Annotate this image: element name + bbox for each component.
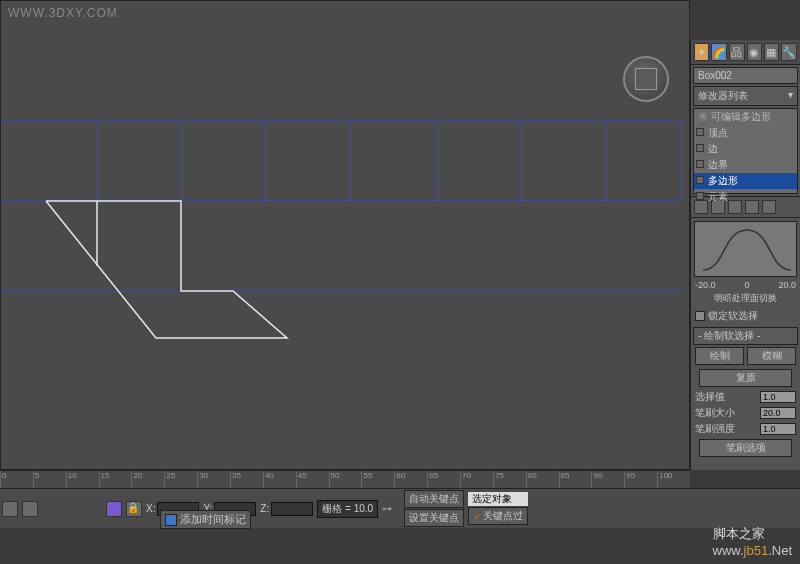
person-icon[interactable] bbox=[106, 501, 122, 517]
timeline-tick: 35 bbox=[230, 471, 263, 488]
timeline-tick: 100 bbox=[657, 471, 690, 488]
watermark-bottom-right: 脚本之家 www.jb51.Net bbox=[713, 525, 792, 558]
timeline-tick: 10 bbox=[66, 471, 99, 488]
add-time-tag-button[interactable]: 添加时间标记 bbox=[160, 510, 251, 529]
modifier-stack[interactable]: ▣ 可编辑多边形 顶点 边 边界 多边形 元素 bbox=[693, 108, 798, 194]
viewport[interactable] bbox=[0, 0, 690, 470]
svg-rect-0 bbox=[1, 121, 681, 201]
shaded-face-toggle-label: 明暗处理面切换 bbox=[691, 290, 800, 307]
command-panel-tabs: ✦ 🌈 品 ◉ ▦ 🔧 bbox=[691, 40, 800, 65]
hierarchy-tab-icon[interactable]: 品 bbox=[729, 43, 744, 61]
timeline-tick: 45 bbox=[296, 471, 329, 488]
blur-button[interactable]: 模糊 bbox=[747, 347, 796, 365]
subobj-edge[interactable]: 边 bbox=[694, 141, 797, 157]
timeline-ruler[interactable]: 0510152025303540455055606570758085909510… bbox=[0, 470, 690, 488]
watermark-top-left: WWW.3DXY.COM bbox=[8, 6, 118, 20]
timeline-tick: 95 bbox=[624, 471, 657, 488]
graph-axis-labels: -20.0020.0 bbox=[691, 280, 800, 290]
subobj-polygon[interactable]: 多边形 bbox=[694, 173, 797, 189]
modifier-list-dropdown[interactable]: 修改器列表▾ bbox=[693, 86, 798, 106]
lock-soft-selection[interactable]: 锁定软选择 bbox=[691, 307, 800, 325]
modifier-editable-poly[interactable]: ▣ 可编辑多边形 bbox=[694, 109, 797, 125]
timeline-tick: 55 bbox=[361, 471, 394, 488]
timeline-tick: 50 bbox=[329, 471, 362, 488]
command-panel: ✦ 🌈 品 ◉ ▦ 🔧 Box002 修改器列表▾ ▣ 可编辑多边形 顶点 边 … bbox=[690, 40, 800, 470]
status-bar: 🔒 X: Y: Z: 栅格 = 10.0 ⊶ 自动关键点 设置关键点 选定对象 … bbox=[0, 488, 800, 528]
object-name-field[interactable]: Box002 bbox=[693, 67, 798, 84]
motion-tab-icon[interactable]: ◉ bbox=[747, 43, 762, 61]
timeline-tick: 25 bbox=[164, 471, 197, 488]
timeline-tick: 85 bbox=[559, 471, 592, 488]
wireframe-geometry bbox=[1, 1, 691, 471]
timeline-tick: 5 bbox=[33, 471, 66, 488]
timeline-tick: 15 bbox=[99, 471, 132, 488]
timeline-tick: 90 bbox=[591, 471, 624, 488]
display-tab-icon[interactable]: ▦ bbox=[764, 43, 779, 61]
timeline-tick: 20 bbox=[131, 471, 164, 488]
timeline-tick: 40 bbox=[263, 471, 296, 488]
selection-value-spinner[interactable]: 1.0 bbox=[760, 391, 796, 403]
timeline-tick: 0 bbox=[0, 471, 33, 488]
revert-button[interactable]: 复原 bbox=[699, 369, 792, 387]
lock-icon[interactable] bbox=[2, 501, 18, 517]
brush-size-spinner[interactable]: 20.0 bbox=[760, 407, 796, 419]
modify-tab-icon[interactable]: 🌈 bbox=[711, 43, 727, 61]
z-label: Z: bbox=[260, 503, 269, 514]
grid-size-label: 栅格 = 10.0 bbox=[317, 500, 378, 518]
set-key-button[interactable]: 设置关键点 bbox=[404, 509, 464, 527]
selected-object-field[interactable]: 选定对象 bbox=[468, 492, 528, 506]
tag-icon bbox=[165, 514, 177, 526]
paint-button[interactable]: 绘制 bbox=[695, 347, 744, 365]
brush-size-label: 笔刷大小 bbox=[695, 406, 735, 420]
timeline-tick: 70 bbox=[460, 471, 493, 488]
falloff-graph bbox=[694, 221, 797, 277]
timeline-tick: 30 bbox=[197, 471, 230, 488]
brush-options-button[interactable]: 笔刷选项 bbox=[699, 439, 792, 457]
subobj-vertex[interactable]: 顶点 bbox=[694, 125, 797, 141]
timeline-tick: 75 bbox=[493, 471, 526, 488]
subobj-border[interactable]: 边界 bbox=[694, 157, 797, 173]
timeline-tick: 60 bbox=[394, 471, 427, 488]
selection-lock-icon[interactable]: 🔒 bbox=[126, 501, 142, 517]
viewcube[interactable] bbox=[623, 56, 669, 102]
selection-value-label: 选择值 bbox=[695, 390, 725, 404]
timeline-tick: 80 bbox=[526, 471, 559, 488]
subobj-element[interactable]: 元素 bbox=[694, 189, 797, 205]
script-icon[interactable] bbox=[22, 501, 38, 517]
key-icon: ⊶ bbox=[382, 503, 400, 515]
create-tab-icon[interactable]: ✦ bbox=[694, 43, 709, 61]
brush-strength-spinner[interactable]: 1.0 bbox=[760, 423, 796, 435]
checkbox-icon[interactable] bbox=[695, 311, 705, 321]
z-coord-input[interactable] bbox=[271, 502, 313, 516]
utilities-tab-icon[interactable]: 🔧 bbox=[781, 43, 797, 61]
x-label: X: bbox=[146, 503, 155, 514]
brush-strength-label: 笔刷强度 bbox=[695, 422, 735, 436]
key-filters-button[interactable]: ✓关键点过 bbox=[468, 507, 528, 525]
timeline-tick: 65 bbox=[427, 471, 460, 488]
paint-soft-selection-header: - 绘制软选择 - bbox=[693, 327, 798, 345]
chevron-down-icon: ▾ bbox=[788, 89, 793, 103]
auto-key-button[interactable]: 自动关键点 bbox=[404, 490, 464, 508]
